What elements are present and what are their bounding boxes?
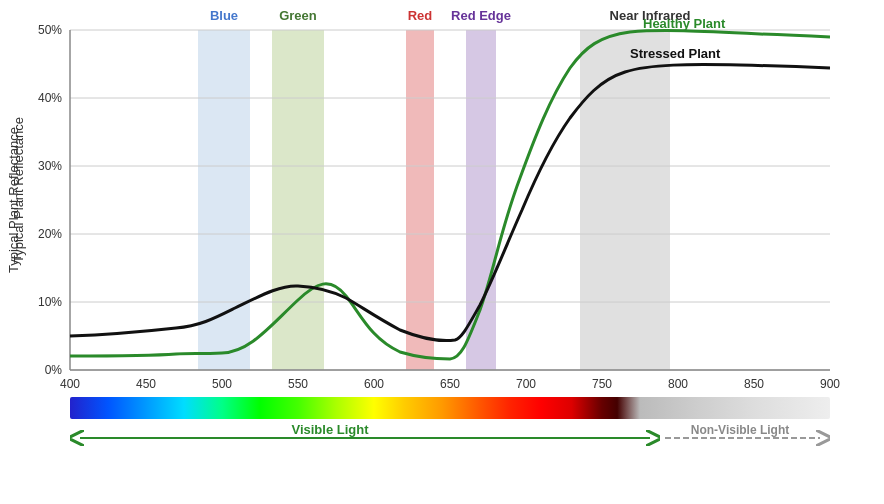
svg-text:Non-Visible Light: Non-Visible Light: [691, 424, 789, 437]
red-label: Red: [408, 8, 433, 23]
svg-text:550: 550: [288, 377, 308, 391]
svg-text:50%: 50%: [38, 23, 62, 37]
nonvisible-light-arrow-svg: Non-Visible Light: [660, 424, 830, 452]
blue-band: [198, 30, 250, 370]
svg-text:500: 500: [212, 377, 232, 391]
chart-container: Typical Plant Reflectance 0% 10% 20% 30%…: [0, 0, 884, 504]
svg-text:20%: 20%: [38, 227, 62, 241]
svg-text:800: 800: [668, 377, 688, 391]
svg-text:0%: 0%: [45, 363, 63, 377]
nir-band: [580, 30, 670, 370]
blue-label: Blue: [210, 8, 238, 23]
svg-text:750: 750: [592, 377, 612, 391]
svg-text:850: 850: [744, 377, 764, 391]
y-axis-title: Typical Plant Reflectance: [6, 127, 21, 273]
svg-text:650: 650: [440, 377, 460, 391]
svg-text:900: 900: [820, 377, 840, 391]
red-band: [406, 30, 434, 370]
svg-text:Visible Light: Visible Light: [291, 424, 369, 437]
rededge-label: Red Edge: [451, 8, 511, 23]
visible-light-arrow-svg: Visible Light: [70, 424, 660, 452]
svg-text:400: 400: [60, 377, 80, 391]
healthy-plant-legend: Healthy Plant: [643, 16, 726, 31]
svg-text:600: 600: [364, 377, 384, 391]
svg-text:10%: 10%: [38, 295, 62, 309]
svg-text:700: 700: [516, 377, 536, 391]
stressed-plant-legend: Stressed Plant: [630, 46, 721, 61]
svg-text:30%: 30%: [38, 159, 62, 173]
svg-text:40%: 40%: [38, 91, 62, 105]
healthy-plant-curve: [70, 31, 830, 359]
green-label: Green: [279, 8, 317, 23]
spectrum-bar: [70, 397, 830, 419]
chart-svg: 0% 10% 20% 30% 40% 50% 400 450 500 550 6…: [0, 0, 884, 430]
stressed-plant-curve: [70, 65, 830, 341]
visible-light-arrow-container: Visible Light: [70, 424, 660, 452]
svg-text:450: 450: [136, 377, 156, 391]
nonvisible-light-arrow-container: Non-Visible Light: [660, 424, 830, 452]
